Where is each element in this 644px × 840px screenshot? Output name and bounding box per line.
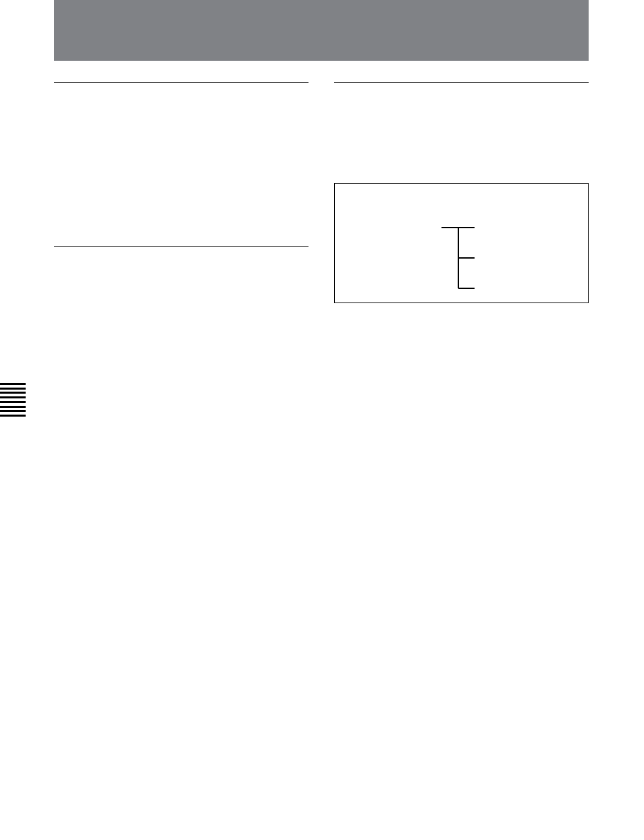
left-rule-2 xyxy=(54,246,308,247)
left-column xyxy=(54,82,308,303)
figure-glyph-icon xyxy=(335,184,589,304)
thumb-tab-icon xyxy=(0,383,26,417)
content-columns xyxy=(54,82,589,303)
right-rule-1 xyxy=(334,82,589,83)
figure-box xyxy=(334,183,589,303)
right-column xyxy=(334,82,589,303)
left-rule-1 xyxy=(54,82,308,83)
header-bar xyxy=(54,0,589,61)
